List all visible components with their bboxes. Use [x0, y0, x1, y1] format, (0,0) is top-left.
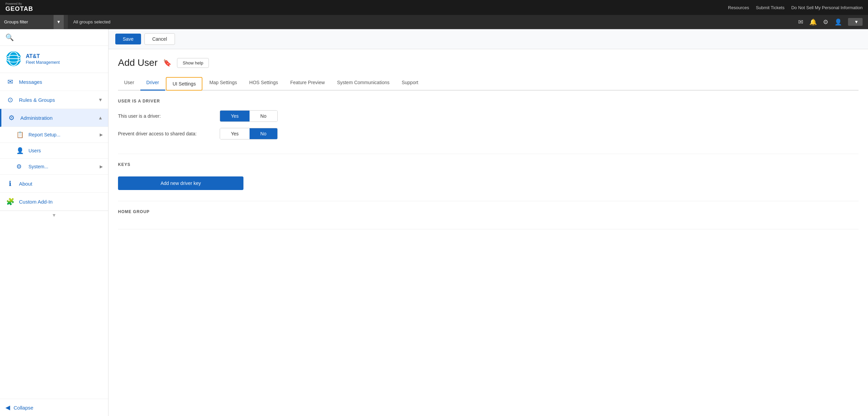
page-content: Add User 🔖 Show help User Driver UI Sett…: [108, 49, 868, 238]
rules-groups-icon: ⊙: [5, 96, 15, 104]
tabs-bar: User Driver UI Settings Map Settings HOS…: [118, 76, 859, 91]
geotab-brand-text: GEOTAB: [5, 5, 33, 13]
sidebar: 🔍 AT&T Fleet Management ✉ Messages: [0, 29, 108, 416]
sidebar-item-about[interactable]: ℹ About: [0, 175, 108, 193]
content-area: Save Cancel Add User 🔖 Show help User Dr…: [108, 29, 868, 416]
administration-chevron-icon: ▲: [98, 115, 103, 120]
tab-user[interactable]: User: [118, 76, 140, 91]
users-icon: 👤: [16, 147, 24, 154]
sidebar-item-custom-add-in[interactable]: 🧩 Custom Add-In: [0, 193, 108, 211]
system-chevron-icon: ▶: [100, 164, 103, 169]
filter-bar-icons: ✉ 🔔 ⚙ 👤 ▼: [798, 18, 868, 26]
bell-icon[interactable]: 🔔: [809, 18, 817, 26]
keys-section: KEYS Add new driver key: [118, 154, 859, 201]
show-help-button[interactable]: Show help: [177, 58, 209, 68]
user-is-a-driver-section: USER IS A DRIVER This user is a driver: …: [118, 91, 859, 154]
sidebar-item-administration[interactable]: ⚙ Administration ▲: [0, 109, 108, 127]
all-groups-label: All groups selected: [68, 19, 111, 24]
sidebar-custom-add-in-label: Custom Add-In: [19, 199, 103, 205]
about-icon: ℹ: [5, 179, 15, 188]
home-group-title: HOME GROUP: [118, 209, 859, 214]
collapse-icon: ◀: [5, 404, 10, 411]
sidebar-report-setup-label: Report Setup...: [28, 132, 96, 137]
cancel-button[interactable]: Cancel: [144, 33, 175, 45]
page-title: Add User: [118, 57, 158, 68]
groups-filter-dropdown-arrow[interactable]: ▼: [54, 15, 64, 29]
is-driver-row: This user is a driver: Yes No: [118, 110, 859, 122]
user-menu-arrow-icon: ▼: [854, 19, 859, 24]
is-driver-no-button[interactable]: No: [250, 111, 277, 121]
sidebar-system-label: System...: [28, 164, 96, 169]
tab-support[interactable]: Support: [396, 76, 425, 91]
page-header: Add User 🔖 Show help: [118, 57, 859, 68]
sidebar-logo: AT&T Fleet Management: [0, 46, 108, 73]
sidebar-logo-text: AT&T Fleet Management: [26, 53, 60, 65]
filter-bar: Groups filter ▼ All groups selected ✉ 🔔 …: [0, 15, 868, 29]
keys-section-title: KEYS: [118, 162, 859, 167]
report-setup-icon: 📋: [16, 131, 24, 138]
sidebar-item-system[interactable]: ⚙ System... ▶: [0, 159, 108, 175]
resources-link[interactable]: Resources: [728, 5, 749, 10]
sidebar-search-area: 🔍: [0, 29, 108, 46]
sidebar-collapse-button[interactable]: ◀ Collapse: [0, 399, 108, 416]
sidebar-administration-label: Administration: [20, 115, 94, 121]
powered-by-text: Powered By: [5, 2, 33, 5]
sidebar-item-users[interactable]: 👤 Users: [0, 143, 108, 159]
user-is-a-driver-title: USER IS A DRIVER: [118, 99, 859, 103]
top-bar: Powered By GEOTAB Resources Submit Ticke…: [0, 0, 868, 15]
tab-system-communications[interactable]: System Communications: [331, 76, 396, 91]
administration-icon: ⚙: [7, 114, 16, 122]
att-brand-sub: Fleet Management: [26, 60, 60, 65]
prevent-access-no-button[interactable]: No: [250, 128, 277, 139]
att-logo-icon: [5, 51, 22, 68]
toolbar: Save Cancel: [108, 29, 868, 49]
groups-filter-button[interactable]: Groups filter ▼: [0, 15, 68, 29]
prevent-access-toggle: Yes No: [220, 128, 278, 139]
prevent-access-row: Prevent driver access to shared data: Ye…: [118, 128, 859, 139]
sidebar-item-rules-groups[interactable]: ⊙ Rules & Groups ▼: [0, 91, 108, 109]
submit-tickets-link[interactable]: Submit Tickets: [756, 5, 785, 10]
messages-icon: ✉: [5, 78, 15, 86]
prevent-access-label: Prevent driver access to shared data:: [118, 131, 220, 136]
tab-feature-preview[interactable]: Feature Preview: [284, 76, 331, 91]
top-bar-left: Powered By GEOTAB: [5, 2, 33, 13]
bookmark-icon[interactable]: 🔖: [163, 59, 172, 67]
tab-driver[interactable]: Driver: [140, 76, 165, 91]
is-driver-label: This user is a driver:: [118, 113, 220, 119]
sidebar-rules-groups-label: Rules & Groups: [19, 97, 94, 103]
tab-map-settings[interactable]: Map Settings: [203, 76, 243, 91]
rules-groups-chevron-icon: ▼: [98, 97, 103, 102]
att-brand-name: AT&T: [26, 53, 60, 60]
main-layout: 🔍 AT&T Fleet Management ✉ Messages: [0, 29, 868, 416]
is-driver-yes-button[interactable]: Yes: [220, 111, 250, 121]
do-not-sell-link[interactable]: Do Not Sell My Personal Information: [791, 5, 863, 10]
sidebar-item-messages[interactable]: ✉ Messages: [0, 73, 108, 91]
collapse-label: Collapse: [14, 405, 33, 411]
prevent-access-yes-button[interactable]: Yes: [220, 128, 250, 139]
top-bar-right: Resources Submit Tickets Do Not Sell My …: [728, 5, 863, 10]
add-new-driver-key-button[interactable]: Add new driver key: [118, 176, 243, 190]
save-button[interactable]: Save: [115, 34, 141, 44]
settings-gear-icon[interactable]: ⚙: [823, 18, 828, 26]
user-menu-button[interactable]: ▼: [848, 18, 863, 26]
custom-add-in-icon: 🧩: [5, 197, 15, 206]
sidebar-messages-label: Messages: [19, 79, 103, 85]
system-icon: ⚙: [16, 163, 24, 170]
sidebar-scroll-down: ▼: [0, 211, 108, 219]
tab-hos-settings[interactable]: HOS Settings: [243, 76, 284, 91]
home-group-section: HOME GROUP: [118, 201, 859, 229]
sidebar-about-label: About: [19, 181, 103, 187]
sidebar-item-report-setup[interactable]: 📋 Report Setup... ▶: [0, 127, 108, 143]
sidebar-users-label: Users: [28, 148, 103, 153]
groups-filter-label: Groups filter: [4, 19, 28, 24]
is-driver-toggle: Yes No: [220, 110, 278, 122]
mail-icon[interactable]: ✉: [798, 18, 803, 26]
report-setup-chevron-icon: ▶: [100, 132, 103, 137]
user-icon[interactable]: 👤: [834, 18, 842, 26]
geotab-logo: Powered By GEOTAB: [5, 2, 33, 13]
search-icon[interactable]: 🔍: [5, 34, 14, 41]
tab-ui-settings[interactable]: UI Settings: [166, 77, 202, 91]
